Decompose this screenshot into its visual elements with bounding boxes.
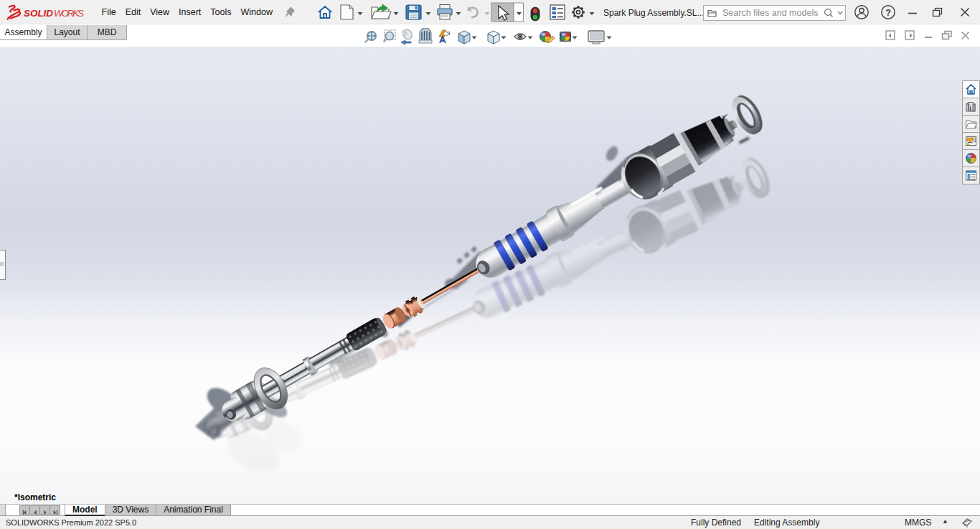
svg-text:SOLID: SOLID xyxy=(24,8,53,19)
svg-text:?: ? xyxy=(885,8,891,18)
svg-text:WORKS: WORKS xyxy=(54,8,84,19)
